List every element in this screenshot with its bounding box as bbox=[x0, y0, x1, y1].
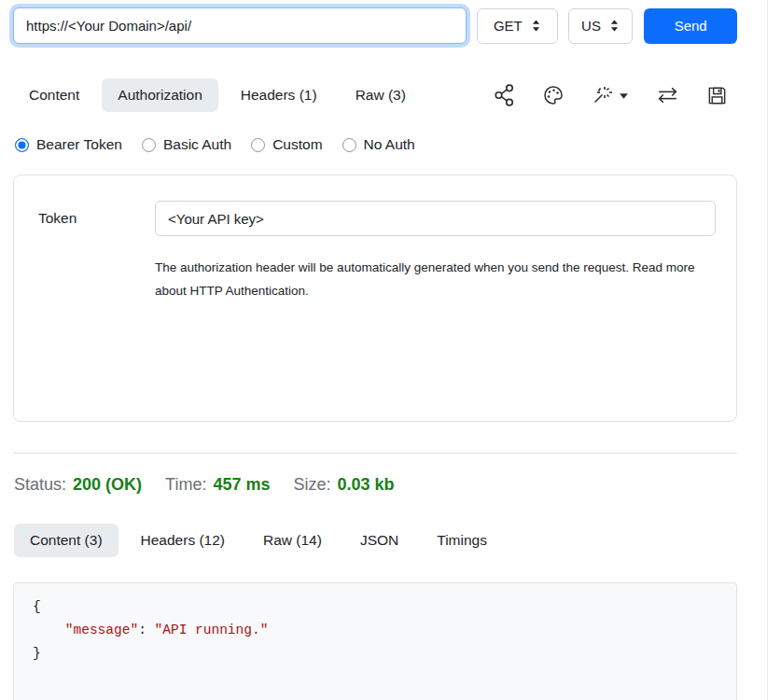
status-label: Status: bbox=[14, 475, 66, 495]
radio-label: Basic Auth bbox=[163, 136, 231, 153]
updown-arrows-icon bbox=[609, 19, 620, 33]
save-icon[interactable] bbox=[706, 85, 728, 106]
request-bar: GET US Send bbox=[13, 7, 737, 44]
region-select[interactable]: US bbox=[568, 8, 634, 44]
token-label: Token bbox=[38, 210, 155, 227]
auth-help-line1: The authorization header will be automat… bbox=[155, 260, 695, 274]
request-toolbar bbox=[494, 83, 737, 107]
auth-type-options: Bearer Token Basic Auth Custom No Auth bbox=[13, 136, 737, 153]
tab-content[interactable]: Content bbox=[13, 78, 95, 112]
magic-wand-dropdown[interactable] bbox=[592, 83, 629, 107]
url-input[interactable] bbox=[13, 7, 467, 44]
send-button[interactable]: Send bbox=[644, 8, 737, 44]
token-input[interactable] bbox=[155, 201, 716, 236]
caret-down-icon bbox=[619, 91, 629, 101]
json-separator: : bbox=[138, 623, 154, 637]
share-icon[interactable] bbox=[494, 84, 515, 106]
radio-dot bbox=[15, 138, 29, 152]
response-tabs-row: Content (3) Headers (12) Raw (14) JSON T… bbox=[13, 524, 737, 557]
api-client-page: GET US Send Content Authorization Header… bbox=[0, 0, 781, 700]
region-select-value: US bbox=[581, 18, 601, 34]
size-group: Size: 0.03 kb bbox=[293, 475, 394, 495]
scrollbar-track[interactable] bbox=[767, 0, 768, 700]
radio-label: Custom bbox=[272, 136, 322, 153]
tab-headers[interactable]: Headers (1) bbox=[225, 78, 333, 112]
radio-bearer-token[interactable]: Bearer Token bbox=[15, 136, 122, 153]
tab-response-content[interactable]: Content (3) bbox=[14, 524, 119, 557]
tab-response-raw[interactable]: Raw (14) bbox=[247, 524, 338, 557]
auth-help-text: The authorization header will be automat… bbox=[155, 256, 695, 302]
radio-custom[interactable]: Custom bbox=[251, 136, 322, 153]
section-divider bbox=[13, 453, 737, 454]
magic-wand-icon bbox=[592, 83, 616, 107]
time-label: Time: bbox=[165, 475, 206, 495]
method-select[interactable]: GET bbox=[477, 8, 558, 44]
response-json-body: { "message": "API running." } bbox=[33, 595, 718, 665]
radio-label: No Auth bbox=[364, 136, 415, 153]
radio-dot bbox=[251, 138, 265, 152]
status-group: Status: 200 (OK) bbox=[14, 475, 142, 495]
palette-icon[interactable] bbox=[542, 84, 565, 106]
time-value: 457 ms bbox=[213, 475, 270, 495]
tab-authorization[interactable]: Authorization bbox=[102, 78, 217, 112]
tab-response-timings[interactable]: Timings bbox=[421, 524, 503, 557]
radio-dot bbox=[142, 138, 156, 152]
response-body-panel[interactable]: { "message": "API running." } bbox=[13, 582, 737, 700]
json-indent bbox=[33, 623, 65, 637]
radio-label: Bearer Token bbox=[36, 136, 122, 153]
swap-arrows-icon[interactable] bbox=[656, 85, 679, 105]
tab-response-headers[interactable]: Headers (12) bbox=[125, 524, 241, 557]
bearer-token-panel: Token The authorization header will be a… bbox=[13, 175, 737, 422]
request-tabs-row: Content Authorization Headers (1) Raw (3… bbox=[13, 78, 737, 112]
size-value: 0.03 kb bbox=[338, 475, 395, 495]
size-label: Size: bbox=[293, 475, 330, 495]
response-status-row: Status: 200 (OK) Time: 457 ms Size: 0.03… bbox=[13, 475, 737, 495]
tab-response-json[interactable]: JSON bbox=[344, 524, 414, 557]
radio-dot bbox=[342, 138, 356, 152]
json-brace-close: } bbox=[33, 646, 41, 661]
radio-no-auth[interactable]: No Auth bbox=[342, 136, 415, 153]
auth-help-line2: about HTTP Authentication. bbox=[155, 284, 309, 298]
method-select-value: GET bbox=[494, 18, 523, 34]
time-group: Time: 457 ms bbox=[165, 475, 270, 495]
json-string-value: "API running." bbox=[155, 623, 269, 637]
json-brace-open: { bbox=[33, 599, 41, 614]
updown-arrows-icon bbox=[531, 19, 541, 33]
radio-basic-auth[interactable]: Basic Auth bbox=[142, 136, 231, 153]
json-key: "message" bbox=[65, 623, 138, 637]
tab-raw[interactable]: Raw (3) bbox=[340, 78, 422, 112]
status-value: 200 (OK) bbox=[73, 475, 142, 495]
